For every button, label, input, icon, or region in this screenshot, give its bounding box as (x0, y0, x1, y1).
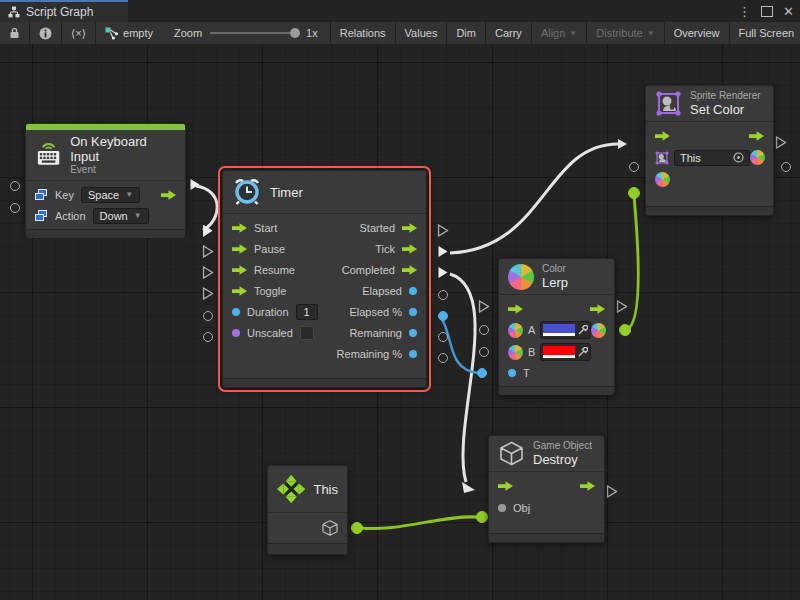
port-timer-duration[interactable] (203, 311, 213, 321)
flow-arrow-icon (508, 304, 523, 314)
graph-selector[interactable]: empty (96, 22, 162, 44)
close-icon[interactable]: ✕ (783, 4, 794, 19)
maximize-icon[interactable] (761, 6, 773, 17)
graph-toolbar: ⟨×⟩ empty Zoom 1x Relations Values Dim C… (0, 22, 800, 45)
data-port-dot (508, 369, 516, 377)
tab-script-graph[interactable]: Script Graph (0, 0, 128, 22)
keyboard-icon (35, 143, 62, 167)
target-object-field[interactable]: This (674, 150, 750, 166)
timer-clock-icon (232, 177, 262, 207)
color-b-field[interactable] (540, 343, 591, 361)
color-b-swatch[interactable] (543, 346, 575, 355)
port-setcolor-flow-out[interactable] (776, 135, 787, 153)
port-keyboard-key-in[interactable] (10, 181, 20, 191)
port-destroy-flow-out[interactable] (607, 484, 618, 502)
port-lerp-t-in[interactable] (477, 368, 487, 378)
cube-icon (498, 440, 525, 467)
node-category: Color (542, 263, 568, 275)
port-this-out[interactable] (351, 522, 363, 534)
port-timer-remaining-pct[interactable] (438, 353, 448, 363)
alpha-bar (543, 355, 575, 358)
port-timer-pause[interactable] (203, 244, 214, 262)
port-setcolor-color-in[interactable] (628, 187, 640, 199)
zoom-slider[interactable] (210, 32, 298, 34)
port-timer-completed[interactable] (438, 265, 449, 283)
port-timer-tick[interactable] (438, 244, 449, 262)
node-on-keyboard-input[interactable]: On Keyboard Input Event Key Space ▼ (25, 123, 186, 231)
node-title: This (313, 482, 338, 497)
action-dropdown[interactable]: Down ▼ (93, 208, 149, 224)
port-timer-elapsed-pct[interactable] (438, 311, 448, 321)
wire-this-to-obj (360, 517, 478, 529)
tab-title: Script Graph (26, 5, 93, 19)
port-timer-start[interactable] (203, 223, 214, 241)
port-lerp-flow-out[interactable] (617, 299, 628, 317)
data-port-dot (409, 287, 417, 295)
unscaled-checkbox[interactable] (300, 326, 314, 340)
alpha-bar (543, 333, 575, 336)
node-color-lerp[interactable]: Color Lerp A (498, 258, 615, 395)
flow-arrow-icon (232, 286, 247, 296)
port-timer-toggle[interactable] (203, 286, 214, 304)
node-timer[interactable]: Timer Start Started Pause Tick (222, 170, 427, 388)
node-footer (499, 386, 614, 395)
window-controls: ⋮ ✕ (738, 0, 794, 22)
fit-view-button[interactable]: ⟨×⟩ (62, 22, 96, 44)
port-timer-elapsed[interactable] (438, 290, 448, 300)
node-footer (268, 543, 347, 554)
node-category: Game Object (533, 440, 592, 452)
flow-arrow-icon (498, 481, 513, 491)
flow-arrow-icon (232, 223, 247, 233)
data-port-dot (409, 329, 417, 337)
overview-button[interactable]: Overview (665, 22, 730, 44)
key-dropdown[interactable]: Space ▼ (81, 187, 140, 203)
node-destroy[interactable]: Game Object Destroy Obj (488, 435, 605, 543)
port-setcolor-result-out[interactable] (781, 162, 791, 172)
eyedropper-icon[interactable] (578, 325, 588, 335)
graph-canvas[interactable]: On Keyboard Input Event Key Space ▼ (0, 44, 800, 600)
port-destroy-obj-in[interactable] (476, 511, 488, 523)
carry-button[interactable]: Carry (486, 22, 532, 44)
node-footer (489, 533, 604, 542)
fullscreen-button[interactable]: Full Screen (730, 22, 800, 44)
info-button[interactable] (30, 22, 62, 44)
eyedropper-icon[interactable] (578, 347, 588, 357)
color-a-swatch[interactable] (543, 324, 575, 333)
node-title: Set Color (690, 102, 761, 117)
port-timer-resume[interactable] (203, 265, 214, 283)
flow-arrow-icon (580, 481, 595, 491)
align-button: Align▼ (532, 22, 587, 44)
lock-button[interactable] (0, 22, 30, 44)
port-timer-started[interactable] (438, 223, 449, 241)
object-picker-icon[interactable] (733, 152, 744, 163)
port-keyboard-action-in[interactable] (10, 203, 20, 213)
port-timer-remaining[interactable] (438, 332, 448, 342)
unity-script-graph-window: { "window": { "tab_title": "Script Graph… (0, 0, 800, 600)
graph-hierarchy-icon (8, 6, 20, 18)
node-title: On Keyboard Input (70, 134, 176, 164)
dropdown-caret-icon: ▼ (134, 211, 142, 220)
port-timer-unscaled[interactable] (203, 332, 213, 342)
relations-button[interactable]: Relations (331, 22, 396, 44)
port-keyboard-trigger-out[interactable] (190, 177, 201, 195)
duration-value-field[interactable]: 1 (296, 304, 318, 320)
color-port-icon (508, 345, 523, 360)
values-button[interactable]: Values (396, 22, 448, 44)
node-set-color[interactable]: Sprite Renderer Set Color This (645, 85, 774, 216)
graph-nodes-icon (105, 27, 119, 40)
port-setcolor-target-in[interactable] (629, 162, 639, 172)
port-lerp-result-out[interactable] (619, 324, 631, 336)
flow-arrow-icon (402, 244, 417, 254)
node-title: Lerp (542, 275, 568, 290)
color-wheel-icon (508, 264, 534, 290)
port-lerp-a-in[interactable] (479, 325, 489, 335)
zoom-slider-handle[interactable] (290, 28, 300, 38)
node-this[interactable]: This (267, 465, 348, 555)
wire-tick-to-setcolor (450, 144, 618, 253)
more-menu-icon[interactable]: ⋮ (738, 4, 751, 19)
this-self-icon (277, 474, 305, 504)
dim-button[interactable]: Dim (447, 22, 486, 44)
port-lerp-b-in[interactable] (479, 347, 489, 357)
port-lerp-flow-in[interactable] (479, 299, 490, 317)
color-a-field[interactable] (540, 321, 591, 339)
